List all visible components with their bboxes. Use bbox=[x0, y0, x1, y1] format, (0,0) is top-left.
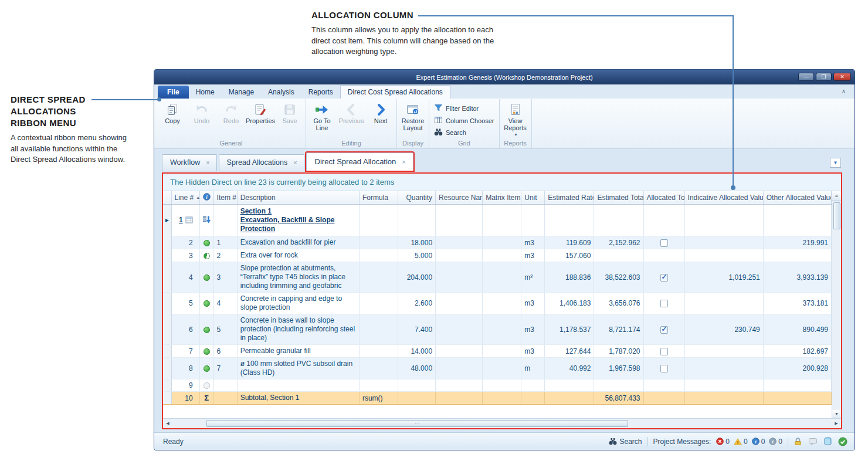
horizontal-scrollbar[interactable]: ◀ ⋯ ▶ bbox=[163, 418, 841, 428]
horizontal-scrollbar-track[interactable]: ⋯ bbox=[172, 419, 832, 428]
close-tab-icon[interactable]: × bbox=[402, 158, 405, 165]
indicative-allocated-value-cell[interactable] bbox=[684, 293, 763, 314]
column-header-total[interactable]: Estimated Total bbox=[594, 191, 643, 205]
resource-name-cell[interactable] bbox=[436, 345, 483, 358]
unit-cell[interactable] bbox=[521, 379, 545, 392]
column-header-qty[interactable]: Quantity bbox=[398, 191, 436, 205]
description-cell[interactable]: Subtotal, Section 1 bbox=[237, 392, 359, 405]
allocated-to-cell[interactable] bbox=[643, 262, 684, 293]
ribbon-tab-direct-cost-spread-allocations[interactable]: Direct Cost Spread Allocations bbox=[340, 85, 450, 99]
item-number-cell[interactable]: 6 bbox=[213, 345, 237, 358]
grid-row-line-5[interactable]: 54Concrete in capping and edge to slope … bbox=[163, 293, 832, 314]
item-number-cell[interactable]: 4 bbox=[213, 293, 237, 314]
column-header-other[interactable]: Other Allocated Value bbox=[763, 191, 831, 205]
unit-cell[interactable]: m bbox=[521, 358, 545, 379]
matrix-item-cell[interactable] bbox=[483, 262, 521, 293]
allocation-checkbox[interactable] bbox=[660, 300, 668, 307]
status-cell[interactable] bbox=[199, 345, 213, 358]
column-header-indicator[interactable] bbox=[163, 191, 171, 205]
tab-direct-spread-allocation[interactable]: Direct Spread Allocation× bbox=[306, 152, 413, 171]
resource-name-cell[interactable] bbox=[436, 236, 483, 249]
go-to-line-button[interactable]: Go To Line bbox=[307, 99, 337, 132]
description-cell[interactable]: Concrete in capping and edge to slope pr… bbox=[237, 293, 359, 314]
grid-row-line-3[interactable]: 32Extra over for rock5.000m3157.060 bbox=[163, 249, 832, 262]
estimated-rate-cell[interactable] bbox=[545, 205, 594, 236]
quantity-cell[interactable]: 18.000 bbox=[398, 236, 436, 249]
allocation-checkbox[interactable] bbox=[660, 239, 668, 247]
vertical-scrollbar[interactable]: ≡ ▼ bbox=[832, 191, 841, 418]
column-header-matrix[interactable]: Matrix Item bbox=[483, 191, 521, 205]
quantity-cell[interactable]: 7.400 bbox=[398, 314, 436, 345]
grid-row-line-4[interactable]: 43Slope protection at abutments, “Terraf… bbox=[163, 262, 832, 293]
quantity-cell[interactable] bbox=[398, 379, 436, 392]
grid-row-line-8[interactable]: 87ø 100 mm slotted PVC subsoil drain (Cl… bbox=[163, 358, 832, 379]
grid-row-line-1[interactable]: ▶1Section 1 Excavation, Backfill & Slope… bbox=[163, 205, 832, 236]
estimated-total-cell[interactable]: 38,522.603 bbox=[594, 262, 643, 293]
resource-name-cell[interactable] bbox=[436, 392, 483, 405]
other-allocated-value-cell[interactable]: 182.697 bbox=[763, 345, 831, 358]
indicative-allocated-value-cell[interactable] bbox=[684, 205, 763, 236]
formula-cell[interactable] bbox=[359, 262, 398, 293]
check-circle-icon[interactable] bbox=[838, 437, 847, 446]
indicative-allocated-value-cell[interactable] bbox=[684, 358, 763, 379]
status-cell[interactable] bbox=[199, 293, 213, 314]
allocated-to-cell[interactable] bbox=[643, 249, 684, 262]
next-button[interactable]: Next bbox=[366, 99, 395, 125]
estimated-rate-cell[interactable]: 157.060 bbox=[545, 249, 594, 262]
item-number-cell[interactable] bbox=[213, 379, 237, 392]
column-header-unit[interactable]: Unit bbox=[521, 191, 545, 205]
line-number-cell[interactable]: 5 bbox=[171, 293, 199, 314]
scroll-left-button[interactable]: ◀ bbox=[163, 419, 172, 428]
ribbon-tab-file[interactable]: File bbox=[158, 86, 189, 99]
indicative-allocated-value-cell[interactable]: 1,019.251 bbox=[684, 262, 763, 293]
line-number-cell[interactable]: 4 bbox=[171, 262, 199, 293]
tab-workflow[interactable]: Workflow× bbox=[162, 154, 217, 171]
quantity-cell[interactable]: 48.000 bbox=[398, 358, 436, 379]
allocated-to-cell[interactable] bbox=[643, 345, 684, 358]
matrix-item-cell[interactable] bbox=[483, 392, 521, 405]
column-chooser-button[interactable]: Column Chooser bbox=[434, 116, 494, 126]
other-allocated-value-cell[interactable]: 3,933.139 bbox=[763, 262, 831, 293]
indicative-allocated-value-cell[interactable] bbox=[684, 379, 763, 392]
unit-cell[interactable] bbox=[521, 392, 545, 405]
estimated-total-cell[interactable]: 1,787.020 bbox=[594, 345, 643, 358]
estimated-total-cell[interactable] bbox=[594, 249, 643, 262]
formula-cell[interactable] bbox=[359, 358, 398, 379]
indicative-allocated-value-cell[interactable]: 230.749 bbox=[684, 314, 763, 345]
quantity-cell[interactable]: 204.000 bbox=[398, 262, 436, 293]
column-header-status[interactable]: i bbox=[199, 191, 213, 205]
status-cell[interactable]: Σ bbox=[199, 392, 213, 405]
horizontal-scrollbar-thumb[interactable]: ⋯ bbox=[206, 420, 628, 427]
restore-layout-button[interactable]: Restore Layout bbox=[398, 99, 428, 132]
close-tab-icon[interactable]: × bbox=[206, 159, 209, 166]
matrix-item-cell[interactable] bbox=[483, 345, 521, 358]
other-allocated-value-cell[interactable] bbox=[763, 249, 831, 262]
estimated-total-cell[interactable]: 2,152.962 bbox=[594, 236, 643, 249]
item-number-cell[interactable] bbox=[213, 392, 237, 405]
formula-cell[interactable] bbox=[359, 236, 398, 249]
allocation-checkbox[interactable] bbox=[660, 365, 668, 372]
grid-row-line-7[interactable]: 76Permeable granular fill14.000m3127.644… bbox=[163, 345, 832, 358]
ribbon-tab-manage[interactable]: Manage bbox=[222, 86, 261, 99]
line-number-cell[interactable]: 7 bbox=[171, 345, 199, 358]
allocation-checkbox[interactable] bbox=[660, 348, 668, 355]
column-header-alloc[interactable]: Allocated To bbox=[643, 191, 684, 205]
allocated-to-cell[interactable] bbox=[643, 379, 684, 392]
resource-name-cell[interactable] bbox=[436, 205, 483, 236]
allocation-checkbox[interactable] bbox=[660, 274, 668, 282]
other-allocated-value-cell[interactable] bbox=[763, 379, 831, 392]
resource-name-cell[interactable] bbox=[436, 358, 483, 379]
view-reports-button[interactable]: View Reports▾ bbox=[501, 99, 530, 139]
allocated-to-cell[interactable] bbox=[643, 358, 684, 379]
column-header-item[interactable]: Item # bbox=[213, 191, 237, 205]
item-number-cell[interactable]: 7 bbox=[213, 358, 237, 379]
estimated-rate-cell[interactable]: 127.644 bbox=[545, 345, 594, 358]
other-allocated-value-cell[interactable]: 373.181 bbox=[763, 293, 831, 314]
ribbon-collapse-button[interactable]: ∧ bbox=[839, 87, 849, 96]
status-cell[interactable] bbox=[199, 205, 213, 236]
unit-cell[interactable] bbox=[521, 205, 545, 236]
unit-cell[interactable]: m3 bbox=[521, 249, 545, 262]
copy-button[interactable]: Copy bbox=[158, 99, 187, 125]
other-allocated-value-cell[interactable]: 890.499 bbox=[763, 314, 831, 345]
estimated-total-cell[interactable] bbox=[594, 205, 643, 236]
